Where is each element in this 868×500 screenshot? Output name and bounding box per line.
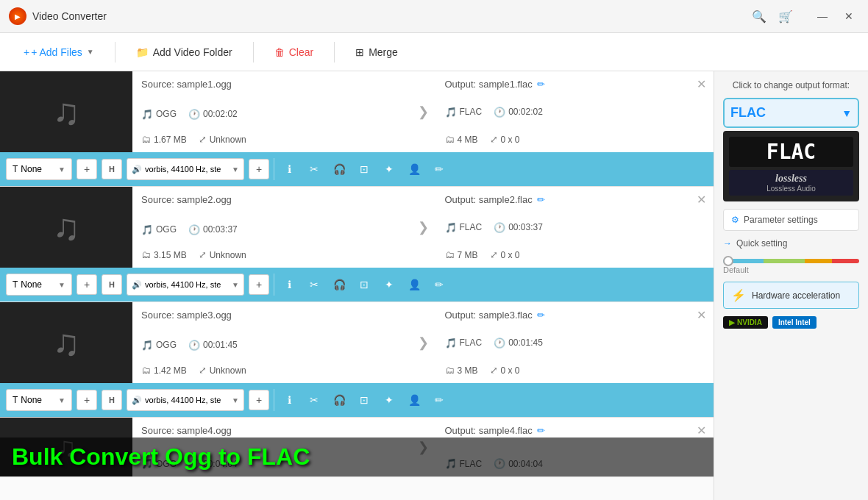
cart-icon[interactable]: 🛒 [774,4,797,28]
close-button[interactable]: ✕ [839,6,859,26]
cut-icon[interactable]: ✂ [304,274,324,295]
merge-button[interactable]: ⊞ Merge [344,40,410,64]
enhance-icon[interactable]: ✦ [379,159,399,179]
toolbar: + + Add Files ▼ 📁 Add Video Folder 🗑 Cle… [0,33,868,71]
control-separator [274,389,274,411]
watermark-icon[interactable]: 👤 [404,274,424,295]
folder-icon: 📁 [136,46,149,58]
add-subtitle-button[interactable]: + [77,390,97,410]
audio-effect-icon[interactable]: 🎧 [329,159,349,179]
file-meta-size: 🗂 3.15 MB ⤢ Unknown [141,249,402,260]
out-duration-item: 🕐 00:02:02 [494,107,543,118]
subtitle-select[interactable]: T None ▼ [6,158,72,180]
format-preview: FLAC lossless Lossless Audio [723,131,859,201]
audio-effect-icon[interactable]: 🎧 [329,390,349,410]
audio-effect-icon[interactable]: 🎧 [329,274,349,295]
bulk-convert-overlay: Bulk Convert Ogg to FLAC [0,438,714,476]
format-dropdown-arrow[interactable]: ▼ [842,107,852,119]
file-list: ♫ Source: sample1.ogg 🎵 OGG 🕐 00:02:02 [0,71,714,500]
file-output: Output: sample3.flac ✏ 🎵 FLAC 🕐 00:01:45 [436,302,714,383]
app-logo [9,7,26,25]
size-icon: 🗂 [141,134,151,145]
hardware-acceleration-button[interactable]: ⚡ Hardware acceleration [723,282,859,309]
crop-icon[interactable]: ⊡ [354,159,374,179]
edit-output-icon[interactable]: ✏ [537,310,545,321]
main-container: ♫ Source: sample1.ogg 🎵 OGG 🕐 00:02:02 [0,71,868,500]
parameter-settings-button[interactable]: ⚙ Parameter settings [723,209,859,231]
edit-icon[interactable]: ✏ [429,390,449,410]
edit-output-icon[interactable]: ✏ [537,425,545,436]
edit-output-icon[interactable]: ✏ [537,79,545,90]
remove-file-button[interactable]: ✕ [697,308,706,322]
add-subtitle-button[interactable]: + [77,159,97,179]
edit-icon[interactable]: ✏ [429,274,449,295]
minimize-button[interactable]: — [812,6,833,26]
info-icon[interactable]: ℹ [279,274,299,295]
add-subtitle-button[interactable]: + [77,274,97,295]
music-icon: ♫ [52,90,80,133]
subtitle-settings-button[interactable]: H [102,390,122,410]
control-separator [274,274,274,296]
watermark-icon[interactable]: 👤 [404,159,424,179]
cut-icon[interactable]: ✂ [304,159,324,179]
lossless-audio-label: Lossless Audio [732,185,850,193]
format-preview-text: FLAC [729,137,853,167]
control-row: T None ▼ + H 🔊 vorbis, 44100 Hz, ste ▼ +… [0,152,714,186]
remove-file-button[interactable]: ✕ [697,424,706,438]
remove-file-button[interactable]: ✕ [697,77,706,91]
audio-select[interactable]: 🔊 vorbis, 44100 Hz, ste ▼ [127,274,244,296]
audio-select[interactable]: 🔊 vorbis, 44100 Hz, ste ▼ [127,389,244,411]
format-label: Click to change output format: [723,80,859,90]
title-bar-icons: 🔍 🛒 [747,4,797,28]
music-icon: ♫ [52,206,80,249]
out-size-item: 🗂 4 MB [445,134,478,145]
out-clock-icon: 🕐 [494,107,505,118]
subtitle-settings-button[interactable]: H [102,274,122,295]
info-icon[interactable]: ℹ [279,159,299,179]
clear-button[interactable]: 🗑 Clear [263,40,325,64]
subtitle-select[interactable]: T None ▼ [6,389,72,411]
slider-label: Default [723,265,859,274]
resolution-item: ⤢ Unknown [199,134,246,145]
subtitle-settings-button[interactable]: H [102,159,122,179]
slider-track [723,259,859,263]
crop-icon[interactable]: ⊡ [354,274,374,295]
music-icon: ♫ [52,321,80,364]
format-name: FLAC [730,105,766,121]
file-thumbnail: ♫ [0,187,132,268]
add-folder-button[interactable]: 📁 Add Video Folder [124,40,244,64]
add-audio-button[interactable]: + [249,159,269,179]
app-title: Video Converter [32,10,747,22]
audio-select[interactable]: 🔊 vorbis, 44100 Hz, ste ▼ [127,158,244,180]
enhance-icon[interactable]: ✦ [379,390,399,410]
add-files-dropdown-arrow[interactable]: ▼ [87,48,94,56]
plus-icon: + [24,46,29,58]
control-row: T None ▼ + H 🔊 vorbis, 44100 Hz, ste ▼ +… [0,383,714,417]
enhance-icon[interactable]: ✦ [379,274,399,295]
edit-icon[interactable]: ✏ [429,159,449,179]
audio-value: vorbis, 44100 Hz, ste [142,165,232,174]
add-audio-button[interactable]: + [249,274,269,295]
format-selector[interactable]: FLAC ▼ [723,98,859,128]
trash-icon: 🗑 [274,46,285,58]
search-icon[interactable]: 🔍 [747,4,771,28]
output-meta-size: 🗂 4 MB ⤢ 0 x 0 [445,134,705,145]
crop-icon[interactable]: ⊡ [354,390,374,410]
quick-setting-icon: → [723,238,732,249]
cut-icon[interactable]: ✂ [304,390,324,410]
watermark-icon[interactable]: 👤 [404,390,424,410]
edit-output-icon[interactable]: ✏ [537,194,545,205]
file-meta-format: 🎵 OGG 🕐 00:03:37 [141,224,402,235]
source-name: Source: sample2.ogg [141,194,402,205]
clock-icon: 🕐 [188,109,200,120]
subtitle-label: T [13,164,18,174]
remove-file-button[interactable]: ✕ [697,193,706,207]
bulk-convert-text: Bulk Convert Ogg to FLAC [12,443,310,470]
subtitle-select[interactable]: T None ▼ [6,274,72,296]
info-icon[interactable]: ℹ [279,390,299,410]
hardware-icon: ⚡ [731,288,746,302]
add-audio-button[interactable]: + [249,390,269,410]
slider-thumb[interactable] [723,256,733,266]
add-files-button[interactable]: + + Add Files ▼ [12,40,106,64]
window-controls: — ✕ [812,6,859,26]
